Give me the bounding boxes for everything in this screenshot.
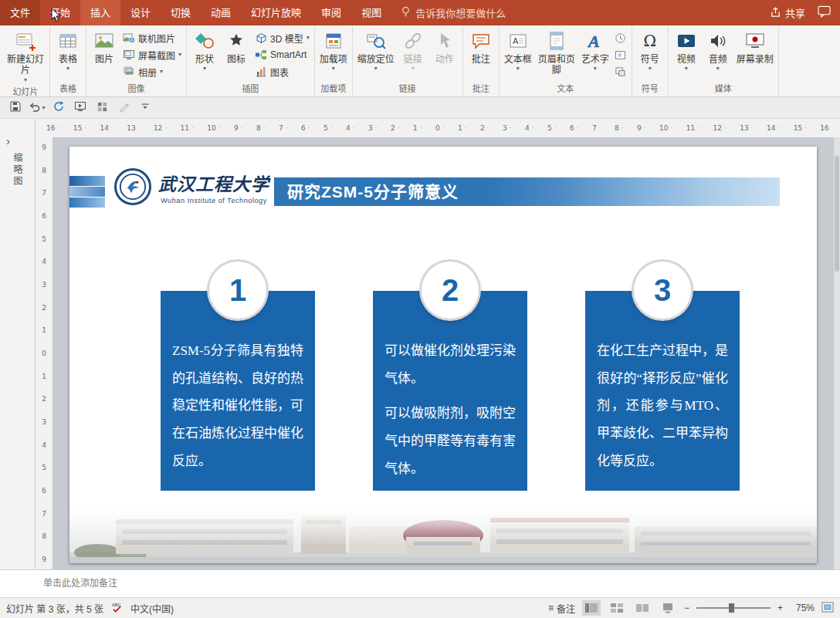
comments-icon[interactable] bbox=[818, 5, 831, 20]
tell-me-box[interactable]: 告诉我你想要做什么 bbox=[391, 0, 515, 25]
tab-home[interactable]: 开始 bbox=[40, 0, 80, 25]
customize-qat-icon bbox=[140, 101, 151, 114]
ruler-number: 15 bbox=[794, 124, 807, 132]
tab-insert[interactable]: 插入 bbox=[80, 0, 120, 25]
vertical-scrollbar[interactable] bbox=[834, 137, 840, 569]
start-slideshow-button[interactable] bbox=[71, 100, 90, 117]
date-time-button[interactable] bbox=[612, 29, 629, 46]
zoom-in-button[interactable]: + bbox=[777, 603, 783, 613]
redo-button[interactable] bbox=[49, 100, 68, 117]
tab-slideshow[interactable]: 幻灯片放映 bbox=[241, 0, 311, 25]
screenshot-button[interactable]: 屏幕截图 ▾ bbox=[120, 46, 184, 63]
undo-button[interactable]: ▾ bbox=[28, 100, 46, 117]
clock-icon bbox=[615, 32, 627, 44]
expand-panel-chevron-icon[interactable]: › bbox=[6, 134, 10, 147]
zoom-slider[interactable] bbox=[696, 607, 771, 609]
spell-check-icon[interactable]: ABC bbox=[111, 601, 123, 615]
fit-to-window-button[interactable] bbox=[821, 602, 834, 615]
statusbar-right: ≡ 备注 − + 75% bbox=[548, 600, 834, 616]
new-slide-button[interactable]: 新建幻灯片 ▾ bbox=[4, 28, 47, 84]
group-label-tables: 表格 bbox=[52, 81, 83, 96]
slide-card-3[interactable]: 3 在化工生产过程中，是很好的“择形反应”催化剂，还能参与MTO、甲苯歧化、二甲… bbox=[585, 291, 740, 491]
group-images: 图片 联机图片 屏幕截图 ▾ 相册 ▾ bbox=[86, 26, 187, 96]
grid-tool-button[interactable] bbox=[93, 100, 111, 117]
slide-number-button[interactable]: # bbox=[612, 46, 629, 63]
icons-button[interactable]: 图标 bbox=[221, 28, 252, 66]
slide-canvas[interactable]: 武汉工程大学 Wuhan Institute of Technology 研究Z… bbox=[52, 137, 840, 569]
customize-qat-button[interactable] bbox=[136, 100, 154, 117]
tab-review[interactable]: 审阅 bbox=[311, 0, 351, 25]
group-comments: 批注 批注 bbox=[463, 26, 500, 96]
card-paragraph: 在化工生产过程中，是很好的“择形反应”催化剂，还能参与MTO、甲苯歧化、二甲苯异… bbox=[597, 337, 728, 474]
pictures-button[interactable]: 图片 bbox=[89, 28, 120, 66]
thumbnail-panel-collapsed[interactable]: › 缩略图 bbox=[0, 119, 36, 569]
online-pictures-button[interactable]: 联机图片 bbox=[120, 29, 184, 46]
smartart-button[interactable]: SmartArt bbox=[252, 46, 312, 63]
screenshot-icon bbox=[123, 49, 135, 61]
shapes-button[interactable]: 形状 ▾ bbox=[189, 28, 220, 73]
tab-view[interactable]: 视图 bbox=[351, 0, 391, 25]
pen-tool-button[interactable] bbox=[114, 100, 133, 117]
action-button[interactable]: 动作 bbox=[429, 28, 460, 66]
video-button[interactable]: 视频 ▾ bbox=[671, 28, 702, 73]
normal-view-button[interactable] bbox=[582, 600, 601, 616]
chart-button[interactable]: 图表 bbox=[252, 63, 312, 80]
symbol-button[interactable]: Ω 符号 ▾ bbox=[635, 28, 666, 73]
table-button[interactable]: 表格 ▾ bbox=[52, 28, 83, 73]
tab-design[interactable]: 设计 bbox=[120, 0, 161, 25]
university-emblem-icon bbox=[114, 168, 151, 205]
ruler-number: 5 bbox=[42, 464, 46, 471]
ruler-number: 7 bbox=[42, 510, 46, 518]
slideshow-view-button[interactable] bbox=[659, 600, 677, 616]
ruler-number: 12 bbox=[713, 124, 726, 132]
vertical-ruler[interactable]: 9876543210123456789 bbox=[36, 137, 52, 569]
audio-speaker-icon bbox=[707, 30, 729, 52]
language-indicator[interactable]: 中文(中国) bbox=[130, 602, 174, 615]
slide-title[interactable]: 研究ZSM-5分子筛意义 bbox=[274, 177, 780, 206]
comment-button[interactable]: 批注 bbox=[466, 28, 496, 66]
group-illustrations: 形状 ▾ 图标 3D 模型 ▾ SmartArt bbox=[187, 26, 315, 96]
slide[interactable]: 武汉工程大学 Wuhan Institute of Technology 研究Z… bbox=[69, 147, 817, 563]
zoom-button[interactable]: 缩放定位 ▾ bbox=[355, 28, 397, 73]
zoom-slider-thumb[interactable] bbox=[729, 603, 734, 613]
ribbon-tab-bar: 文件 开始 插入 设计 切换 动画 幻灯片放映 审阅 视图 告诉我你想要做什么 … bbox=[0, 0, 840, 25]
card-text: 可以做催化剂处理污染气体。 可以做吸附剂，吸附空气中的甲醛等有毒有害气体。 bbox=[373, 337, 527, 490]
share-button[interactable]: 共享 bbox=[770, 5, 805, 20]
smartart-icon bbox=[255, 49, 267, 61]
university-logo[interactable]: 武汉工程大学 Wuhan Institute of Technology bbox=[114, 168, 269, 205]
reading-view-button[interactable] bbox=[633, 600, 652, 616]
dropdown-caret-icon: ▾ bbox=[412, 66, 415, 72]
ruler-number: 3 bbox=[503, 124, 511, 132]
slide-card-1[interactable]: 1 ZSM-5分子筛具有独特的孔道结构、良好的热稳定性和催化性能，可在石油炼化过… bbox=[161, 291, 315, 491]
tab-transitions[interactable]: 切换 bbox=[161, 0, 201, 25]
slide-counter[interactable]: 幻灯片 第 3 张，共 5 张 bbox=[6, 602, 103, 615]
ruler-number: 7 bbox=[279, 124, 287, 132]
wordart-button[interactable]: A 艺术字 ▾ bbox=[579, 28, 611, 73]
3d-models-button[interactable]: 3D 模型 ▾ bbox=[252, 29, 312, 46]
ruler-number: 0 bbox=[435, 124, 444, 132]
slide-card-2[interactable]: 2 可以做催化剂处理污染气体。 可以做吸附剂，吸附空气中的甲醛等有毒有害气体。 bbox=[373, 291, 527, 491]
tab-animations[interactable]: 动画 bbox=[201, 0, 241, 25]
link-button[interactable]: 链接 ▾ bbox=[398, 28, 428, 73]
object-button[interactable] bbox=[612, 63, 629, 80]
addins-button[interactable]: 加载项 ▾ bbox=[317, 28, 350, 73]
horizontal-ruler[interactable]: 1615141312111098765432101234567891011121… bbox=[36, 119, 840, 137]
text-box-button[interactable]: A 文本框 ▾ bbox=[502, 28, 534, 73]
ruler-number: 6 bbox=[570, 124, 578, 132]
pictures-label: 图片 bbox=[95, 54, 113, 65]
ruler-number: 7 bbox=[42, 189, 46, 197]
notes-lines-icon: ≡ bbox=[548, 603, 554, 613]
audio-button[interactable]: 音频 ▾ bbox=[703, 28, 733, 73]
screen-recording-button[interactable]: 屏幕录制 bbox=[734, 28, 776, 66]
slide-sorter-view-button[interactable] bbox=[608, 600, 626, 616]
notes-toggle-button[interactable]: ≡ 备注 bbox=[548, 602, 575, 615]
scrollbar-thumb[interactable] bbox=[835, 156, 839, 272]
notes-pane[interactable]: 单击此处添加备注 bbox=[0, 569, 840, 597]
shapes-label: 形状 bbox=[195, 54, 214, 65]
save-button[interactable] bbox=[6, 100, 25, 117]
zoom-out-button[interactable]: − bbox=[684, 603, 689, 613]
photo-album-button[interactable]: 相册 ▾ bbox=[120, 63, 184, 80]
zoom-percentage[interactable]: 75% bbox=[790, 603, 815, 613]
tab-file[interactable]: 文件 bbox=[0, 0, 40, 25]
header-footer-button[interactable]: 页眉和页脚 bbox=[535, 28, 578, 77]
